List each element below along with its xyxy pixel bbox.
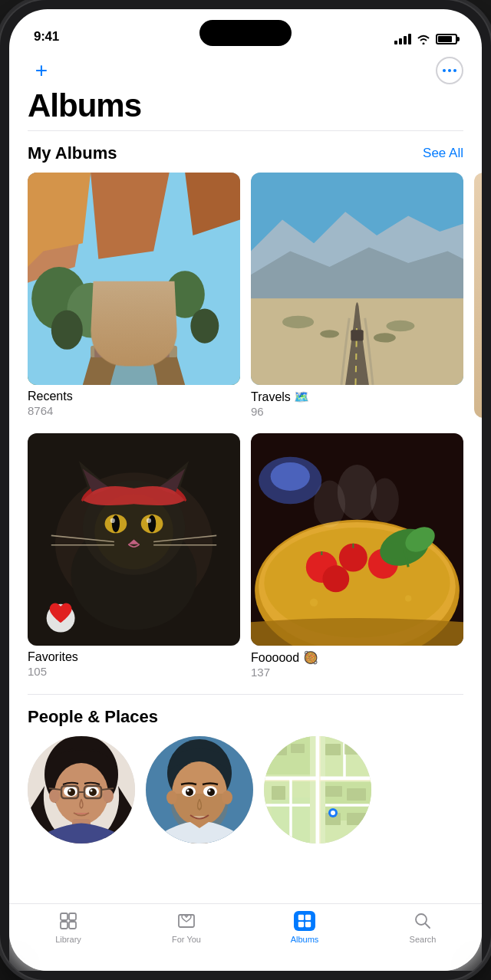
album-travels-info: Travels 🗺️ 96 <box>251 385 463 418</box>
places-map[interactable] <box>264 736 371 844</box>
svg-point-92 <box>209 790 211 792</box>
people-places-header: People & Places <box>9 695 482 736</box>
my-albums-header: My Albums See All <box>9 131 482 173</box>
svg-point-18 <box>282 316 314 328</box>
svg-point-116 <box>331 811 335 815</box>
album-travels[interactable]: Travels 🗺️ 96 <box>251 173 463 418</box>
people-places-section: People & Places <box>9 695 482 856</box>
tab-bar: Library For You <box>9 903 482 971</box>
dynamic-island <box>199 20 292 46</box>
svg-point-19 <box>386 321 414 331</box>
svg-rect-8 <box>91 346 177 357</box>
person-man[interactable] <box>146 736 253 844</box>
tab-for-you-label: For You <box>172 935 201 944</box>
album-travels-name: Travels 🗺️ <box>251 390 463 404</box>
svg-point-36 <box>147 518 151 523</box>
status-time: 9:41 <box>34 29 59 44</box>
svg-point-21 <box>374 333 396 342</box>
svg-point-72 <box>68 788 75 796</box>
svg-point-75 <box>91 790 93 792</box>
svg-point-68 <box>49 789 60 803</box>
svg-rect-122 <box>298 915 304 920</box>
album-favorites-count: 105 <box>28 665 240 678</box>
svg-point-91 <box>187 790 189 792</box>
svg-rect-112 <box>347 788 366 801</box>
album-food-count: 137 <box>251 666 463 679</box>
svg-rect-111 <box>325 786 342 797</box>
albums-icon <box>294 910 315 932</box>
svg-rect-124 <box>298 922 304 927</box>
see-all-button[interactable]: See All <box>423 146 463 161</box>
header: + <box>9 51 482 84</box>
svg-rect-125 <box>305 922 311 927</box>
person-man-avatar <box>146 736 253 844</box>
more-dots-icon <box>443 69 456 72</box>
svg-point-73 <box>89 788 97 796</box>
svg-rect-114 <box>347 813 366 825</box>
svg-point-34 <box>148 515 156 533</box>
svg-point-74 <box>69 790 71 792</box>
album-food-thumb <box>251 433 463 646</box>
add-icon: + <box>35 60 48 81</box>
album-favorites-thumb <box>28 433 240 646</box>
svg-point-86 <box>222 791 232 804</box>
albums-grid: Recents 8764 <box>9 173 482 694</box>
svg-point-11 <box>51 311 83 350</box>
album-partial[interactable] <box>474 173 482 418</box>
album-favorites[interactable]: Favorites 105 <box>28 433 240 679</box>
page-title: Albums <box>9 84 482 130</box>
add-button[interactable]: + <box>28 57 55 84</box>
tab-for-you[interactable]: For You <box>127 910 246 944</box>
svg-rect-109 <box>344 744 366 755</box>
recents-photo <box>28 173 240 385</box>
search-icon <box>412 910 433 932</box>
svg-rect-94 <box>264 736 310 774</box>
svg-rect-107 <box>291 744 305 753</box>
svg-point-33 <box>112 515 120 533</box>
album-food[interactable]: Foooood 🥘 137 <box>251 433 463 679</box>
svg-point-62 <box>310 598 318 606</box>
tab-search[interactable]: Search <box>364 910 482 944</box>
album-food-info: Foooood 🥘 137 <box>251 646 463 679</box>
svg-rect-17 <box>351 330 363 340</box>
album-recents-count: 8764 <box>28 404 240 417</box>
library-icon <box>58 910 79 932</box>
signal-icon <box>394 34 411 44</box>
person-woman[interactable] <box>28 736 135 844</box>
svg-point-48 <box>338 465 377 520</box>
wifi-icon <box>417 35 430 44</box>
svg-point-55 <box>322 565 349 592</box>
tab-library[interactable]: Library <box>9 910 127 944</box>
album-favorites-name: Favorites <box>28 650 240 664</box>
album-travels-count: 96 <box>251 405 463 418</box>
phone-frame: 9:41 + <box>0 0 491 980</box>
svg-rect-9 <box>94 342 106 358</box>
svg-rect-118 <box>69 913 76 920</box>
tab-search-label: Search <box>410 935 437 944</box>
more-button[interactable] <box>436 57 463 84</box>
phone-screen: 9:41 + <box>9 9 482 971</box>
album-travels-thumb <box>251 173 463 385</box>
svg-point-20 <box>320 330 339 337</box>
places-map-avatar <box>264 736 371 844</box>
tab-albums[interactable]: Albums <box>246 910 364 944</box>
svg-rect-10 <box>157 342 169 358</box>
albums-row-1: Recents 8764 <box>28 173 463 418</box>
people-places-title: People & Places <box>28 707 158 727</box>
album-favorites-info: Favorites 105 <box>28 646 240 678</box>
my-albums-title: My Albums <box>28 143 117 163</box>
for-you-icon <box>176 910 197 932</box>
svg-point-63 <box>405 595 411 601</box>
person-woman-avatar <box>28 736 135 844</box>
svg-rect-120 <box>69 922 76 929</box>
album-recents-info: Recents 8764 <box>28 385 240 417</box>
album-recents[interactable]: Recents 8764 <box>28 173 240 418</box>
album-recents-thumb <box>28 173 240 385</box>
svg-point-89 <box>186 788 193 796</box>
svg-rect-117 <box>61 913 68 920</box>
svg-point-90 <box>207 788 215 796</box>
svg-rect-123 <box>305 915 311 920</box>
svg-point-35 <box>110 518 115 523</box>
album-recents-name: Recents <box>28 390 240 403</box>
svg-marker-15 <box>251 247 463 306</box>
